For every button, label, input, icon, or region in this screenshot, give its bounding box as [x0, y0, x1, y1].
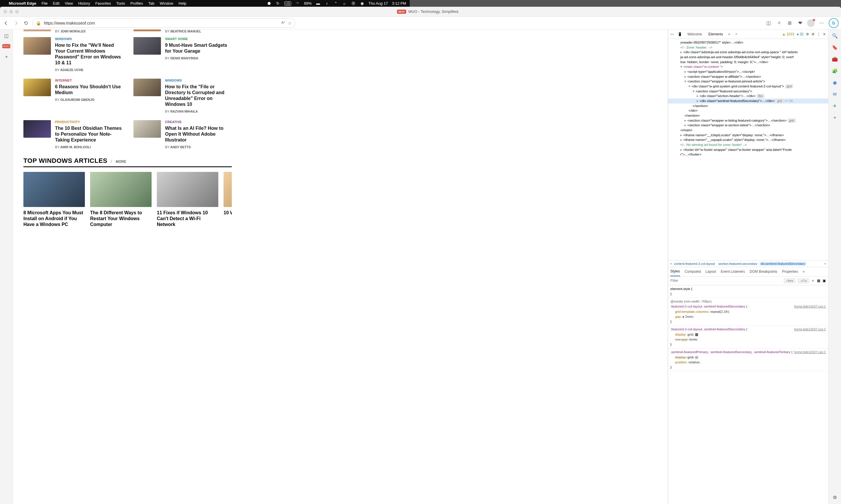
category-label[interactable]: SMART HOME — [165, 37, 232, 41]
battery-icon: ▬ — [316, 1, 321, 6]
article-card[interactable]: PRODUCTIVITY The 10 Best Obsidian Themes… — [23, 120, 122, 149]
menu-edit[interactable]: Edit — [53, 1, 59, 5]
byline: BY JOWI MORALES — [55, 30, 122, 33]
close-dot[interactable] — [3, 10, 7, 14]
spotlight-icon[interactable]: ⌕ — [342, 1, 347, 6]
category-label[interactable]: WINDOWS — [55, 37, 122, 41]
pinned-tab[interactable]: MUO — [2, 44, 10, 48]
article-headline[interactable]: 6 Reasons You Shouldn't Use Medium — [55, 84, 122, 95]
timemachine-icon[interactable]: ↻ — [276, 1, 280, 6]
article-card[interactable]: CREATIVE What Is an AI File? How to Open… — [134, 120, 232, 149]
article-thumb — [134, 120, 161, 138]
dropbox-icon[interactable]: ⬢ — [267, 1, 272, 6]
article-headline[interactable]: 9 Must-Have Smart Gadgets for Your Garag… — [165, 42, 232, 54]
refresh-button[interactable] — [22, 19, 30, 27]
titlebar: MUO MUO - Technology, Simplified. — [0, 7, 410, 17]
article-thumb[interactable] — [23, 30, 51, 31]
article-thumb — [134, 37, 161, 55]
app-name[interactable]: Microsoft Edge — [9, 1, 36, 5]
menu-tools[interactable]: Tools — [116, 1, 125, 5]
separator: / — [111, 159, 112, 164]
input-source[interactable]: US — [285, 1, 291, 5]
article-headline[interactable]: What Is an AI File? How to Open It Witho… — [165, 125, 232, 143]
menu-history[interactable]: History — [78, 1, 90, 5]
headphones-icon[interactable]: ♪ — [325, 1, 329, 6]
article-card[interactable]: INTERNET 6 Reasons You Shouldn't Use Med… — [23, 79, 122, 113]
article-card[interactable]: WINDOWS How to Fix the "We'll Need Your … — [23, 37, 122, 72]
article-thumb — [23, 37, 51, 55]
back-button[interactable] — [2, 19, 10, 27]
new-tab-icon[interactable]: ＋ — [3, 54, 10, 60]
card-title[interactable]: 10 Wh in W — [224, 210, 232, 216]
url-text: https://www.makeuseof.com — [44, 21, 95, 25]
page-content[interactable]: BY JOWI MORALES BY BEATRICE MANUEL WINDO… — [13, 30, 410, 246]
menu-view[interactable]: View — [65, 1, 73, 5]
article-thumb — [23, 120, 51, 138]
battery-percent[interactable]: 69% — [304, 1, 312, 5]
section-header: TOP WINDOWS ARTICLES / MORE — [23, 157, 232, 167]
more-link[interactable]: MORE — [116, 160, 126, 164]
card-image — [157, 172, 218, 207]
article-card[interactable]: SMART HOME 9 Must-Have Smart Gadgets for… — [134, 37, 232, 72]
byline: BY AMIR M. BOHLOOLI — [55, 145, 122, 149]
menu-file[interactable]: File — [41, 1, 48, 5]
tabs-icon[interactable]: ◫ — [3, 33, 10, 39]
card[interactable]: 8 Microsoft Apps You Must Install on And… — [23, 172, 85, 228]
macos-menubar: Microsoft Edge File Edit View History Fa… — [0, 0, 410, 7]
article-headline[interactable]: The 10 Best Obsidian Themes to Personali… — [55, 125, 122, 143]
menubar-date[interactable]: Thu Aug 17 — [368, 1, 388, 5]
card[interactable]: 11 Fixes if Windows 10 Can't Detect a Wi… — [157, 172, 218, 228]
category-label[interactable]: INTERNET — [55, 79, 122, 82]
card-title[interactable]: 8 Microsoft Apps You Must Install on And… — [23, 210, 85, 228]
cards-row: 8 Microsoft Apps You Must Install on And… — [23, 172, 232, 228]
menu-tab[interactable]: Tab — [148, 1, 155, 5]
article-card[interactable]: WINDOWS How to Fix the "File or Director… — [134, 79, 232, 113]
lock-icon[interactable]: 🔒 — [36, 21, 41, 25]
article-thumb — [23, 79, 51, 96]
article-headline[interactable]: How to Fix the "We'll Need Your Current … — [55, 42, 122, 66]
article-thumb[interactable] — [134, 30, 161, 31]
card-title[interactable]: The 8 Different Ways to Restart Your Win… — [90, 210, 152, 228]
toolbar: 🔒 https://www.makeuseof.com Aᴬ ☆ ◫ ✧ ⊞ ❤… — [0, 17, 410, 30]
menu-help[interactable]: Help — [178, 1, 186, 5]
vertical-tabs-strip: ◫ MUO ＋ — [0, 30, 13, 246]
card[interactable]: 10 Wh in W — [224, 172, 232, 228]
byline: BY ANDY BETTS — [165, 145, 232, 149]
siri-icon[interactable]: ◉ — [360, 1, 364, 6]
favorite-star-icon[interactable]: ☆ — [288, 21, 292, 25]
window-title: MUO - Technology, Simplified. — [409, 10, 410, 14]
traffic-lights[interactable] — [3, 10, 19, 14]
card-image — [90, 172, 152, 207]
section-title: TOP WINDOWS ARTICLES — [23, 157, 107, 165]
address-bar[interactable]: 🔒 https://www.makeuseof.com Aᴬ ☆ — [32, 18, 295, 28]
site-badge: MUO — [397, 10, 406, 14]
byline: BY OLASUBOMI GBENJO — [55, 98, 122, 102]
article-headline[interactable]: How to Fix the "File or Directory Is Cor… — [165, 84, 232, 107]
byline: BY ADAEZE UCHE — [55, 68, 122, 72]
byline: BY BEATRICE MANUEL — [165, 30, 232, 33]
card-title[interactable]: 11 Fixes if Windows 10 Can't Detect a Wi… — [157, 210, 218, 228]
menu-window[interactable]: Window — [160, 1, 173, 5]
menu-favorites[interactable]: Favorites — [96, 1, 111, 5]
card-image — [224, 172, 232, 207]
card-image — [23, 172, 85, 207]
reader-icon[interactable]: Aᴬ — [281, 21, 285, 25]
category-label[interactable]: WINDOWS — [165, 79, 232, 82]
menubar-time[interactable]: 3:12 PM — [392, 1, 406, 5]
forward-button[interactable] — [12, 19, 20, 27]
card[interactable]: The 8 Different Ways to Restart Your Win… — [90, 172, 152, 228]
wifi-icon[interactable]: ⌃ — [333, 1, 338, 6]
category-label[interactable]: CREATIVE — [165, 120, 232, 124]
control-center-icon[interactable]: ⦿ — [351, 1, 356, 6]
menu-profiles[interactable]: Profiles — [131, 1, 143, 5]
category-label[interactable]: PRODUCTIVITY — [55, 120, 122, 124]
browser-window: MUO MUO - Technology, Simplified. 🔒 http… — [0, 7, 410, 246]
byline: BY RAZVAN MIHAILA — [165, 110, 232, 113]
minimize-dot[interactable] — [10, 10, 13, 14]
zoom-dot[interactable] — [15, 10, 19, 14]
bluetooth-icon[interactable]: ⌔ — [295, 1, 300, 6]
article-thumb — [134, 79, 161, 96]
byline: BY DENIS MANYINSA — [165, 56, 232, 60]
